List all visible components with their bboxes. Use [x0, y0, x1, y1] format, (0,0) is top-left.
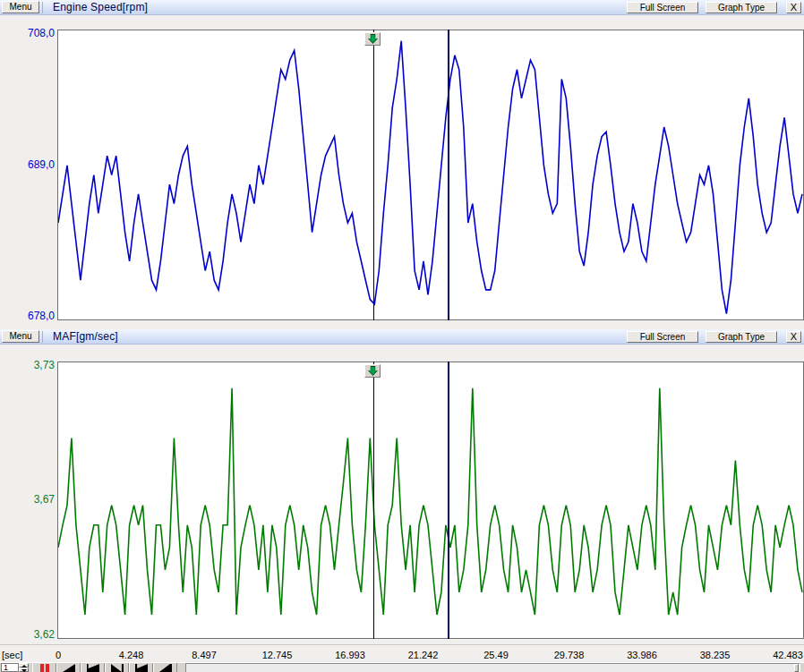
step-back-icon [111, 664, 124, 672]
x-tick-label: 29.738 [554, 650, 585, 660]
titlebar-separator [42, 331, 43, 343]
y-axis-max-label: 708,0 [0, 27, 55, 39]
step-back-button[interactable] [105, 663, 129, 672]
cursor-arrow-icon-fill [369, 367, 377, 375]
y-axis-mid-label: 689,0 [0, 158, 55, 171]
y-axis-min-label: 678,0 [0, 310, 55, 322]
maf-plot-area[interactable] [57, 362, 804, 639]
pause-icon [38, 664, 51, 672]
step-forward-button[interactable] [129, 663, 153, 672]
x-tick-label: 38.235 [700, 650, 731, 660]
x-tick-label: 12.745 [262, 650, 293, 660]
titlebar-separator [42, 2, 43, 13]
y-axis-mid-label: 3,67 [0, 493, 55, 506]
seek-end-button[interactable] [153, 663, 177, 672]
secondary-cursor-line[interactable] [448, 362, 449, 639]
cursor-marker[interactable] [364, 364, 381, 378]
x-tick-label: 4.248 [119, 650, 144, 660]
time-unit-label: [sec] [2, 650, 22, 660]
primary-cursor-line[interactable] [373, 30, 374, 320]
x-tick-label: 16.993 [335, 650, 365, 660]
engine-speed-panel: Menu Engine Speed[rpm] Full Screen Graph… [0, 0, 804, 329]
menu-button[interactable]: Menu [2, 1, 39, 13]
maf-line-chart [58, 362, 803, 638]
cursor-marker[interactable] [364, 32, 381, 46]
engine-speed-line-chart [58, 30, 803, 319]
graph-type-button[interactable]: Graph Type [706, 2, 777, 13]
time-axis: [sec] 04.2488.49712.74516.99321.24225.49… [0, 644, 804, 662]
close-button[interactable]: X [786, 331, 801, 343]
seek-start2-icon [87, 664, 99, 672]
play-button[interactable] [56, 663, 81, 672]
x-tick-label: 33.986 [627, 650, 657, 660]
full-screen-button[interactable]: Full Screen [627, 2, 698, 13]
x-tick-label: 0 [56, 650, 61, 660]
pause-button[interactable] [32, 663, 56, 672]
playback-buttons [32, 663, 177, 672]
step-forward-icon [135, 664, 148, 672]
timeline-scrollbar-thumb[interactable] [794, 664, 799, 672]
engine-speed-titlebar: Menu Engine Speed[rpm] Full Screen Graph… [0, 0, 804, 15]
full-screen-button[interactable]: Full Screen [627, 331, 698, 343]
close-button[interactable]: X [786, 2, 801, 13]
x-tick-label: 42.483 [773, 650, 803, 660]
frame-number-input[interactable]: 1 [1, 663, 19, 672]
y-axis-max-label: 3,73 [0, 359, 55, 371]
maf-panel: Menu MAF[gm/sec] Full Screen Graph Type … [0, 329, 804, 644]
x-tick-label: 25.49 [483, 650, 509, 660]
engine-speed-plot-area[interactable] [57, 30, 804, 320]
x-tick-label: 21.242 [408, 650, 439, 660]
spinner-down-button[interactable] [19, 668, 29, 672]
cursor-arrow-icon-fill [369, 35, 377, 43]
y-axis-min-label: 3,62 [0, 628, 55, 641]
panel-title: MAF[gm/sec] [53, 330, 118, 343]
graph-type-button[interactable]: Graph Type [706, 331, 777, 343]
seek-start-button[interactable] [81, 663, 105, 672]
play-icon [63, 664, 75, 672]
secondary-cursor-line[interactable] [448, 30, 449, 320]
seek-end-icon [159, 664, 172, 672]
x-tick-label: 8.497 [192, 650, 217, 660]
maf-titlebar: Menu MAF[gm/sec] Full Screen Graph Type … [0, 329, 804, 345]
timeline-scrollbar[interactable] [185, 663, 800, 672]
menu-button[interactable]: Menu [2, 330, 39, 343]
panel-title: Engine Speed[rpm] [53, 1, 148, 13]
frame-spinner [19, 663, 29, 672]
playback-toolbar: 1 [0, 662, 804, 672]
primary-cursor-line[interactable] [373, 362, 374, 639]
